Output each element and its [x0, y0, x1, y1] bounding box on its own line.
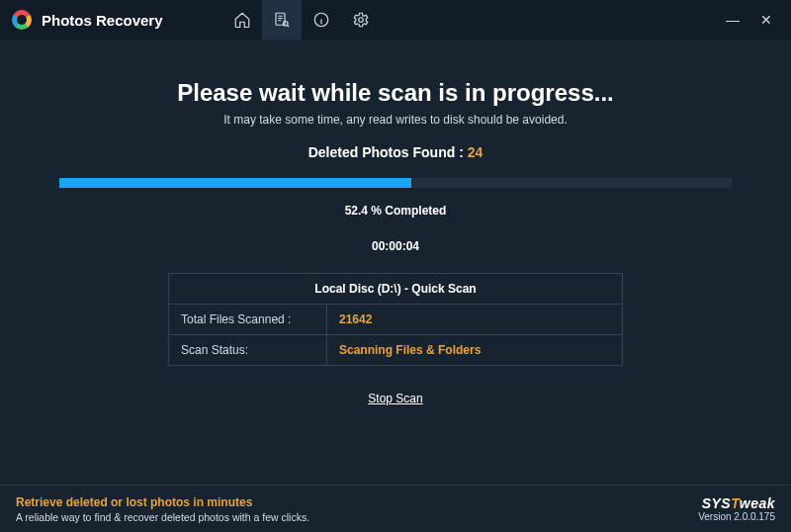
brand-accent: T	[731, 495, 740, 511]
version-text: Version 2.0.0.175	[698, 511, 775, 522]
search-doc-icon	[273, 11, 291, 29]
gear-icon	[352, 11, 370, 29]
app-title: Photos Recovery	[42, 12, 163, 29]
home-icon	[233, 11, 251, 29]
content-area: Please wait while scan is in progress...…	[0, 40, 791, 485]
panel-row-status: Scan Status: Scanning Files & Folders	[169, 335, 622, 365]
info-button[interactable]	[302, 0, 341, 40]
footer-left: Retrieve deleted or lost photos in minut…	[16, 495, 309, 523]
svg-point-1	[283, 22, 288, 27]
status-value: Scanning Files & Folders	[327, 335, 622, 365]
close-icon: ✕	[760, 12, 772, 28]
found-label: Deleted Photos Found :	[308, 144, 468, 160]
minimize-button[interactable]: —	[716, 12, 749, 28]
titlebar: Photos Recovery — ✕	[0, 0, 791, 40]
status-label: Scan Status:	[169, 335, 327, 365]
home-button[interactable]	[222, 0, 262, 40]
settings-button[interactable]	[341, 0, 381, 40]
footer-title: Retrieve deleted or lost photos in minut…	[16, 495, 309, 509]
scan-details-panel: Local Disc (D:\) - Quick Scan Total File…	[168, 273, 623, 366]
progress-bar-fill	[59, 178, 411, 188]
footer-sub: A reliable way to find & recover deleted…	[16, 511, 309, 523]
info-icon	[312, 11, 330, 29]
scan-subheading: It may take some time, any read writes t…	[223, 113, 568, 127]
panel-header: Local Disc (D:\) - Quick Scan	[169, 274, 622, 305]
stop-scan-link[interactable]: Stop Scan	[368, 392, 422, 405]
progress-bar-track	[59, 178, 732, 188]
app-window: Photos Recovery — ✕ Please wait while sc…	[0, 0, 791, 532]
toolbar	[222, 0, 381, 40]
elapsed-time: 00:00:04	[372, 239, 419, 253]
brand-suffix: weak	[740, 495, 775, 511]
total-files-label: Total Files Scanned :	[169, 305, 327, 334]
footer-right: SYSTweak Version 2.0.0.175	[698, 495, 775, 522]
found-line: Deleted Photos Found : 24	[308, 144, 483, 160]
panel-row-files: Total Files Scanned : 21642	[169, 305, 622, 335]
minimize-icon: —	[726, 12, 740, 28]
close-button[interactable]: ✕	[749, 12, 783, 28]
footer: Retrieve deleted or lost photos in minut…	[0, 485, 791, 532]
brand-logo: SYSTweak	[698, 495, 775, 511]
app-logo-icon	[12, 10, 32, 30]
percent-text: 52.4 % Completed	[345, 204, 447, 218]
found-count: 24	[468, 144, 483, 160]
svg-point-3	[358, 18, 363, 23]
window-controls: — ✕	[716, 12, 783, 28]
scan-button[interactable]	[262, 0, 302, 40]
scan-heading: Please wait while scan is in progress...	[177, 79, 614, 107]
total-files-value: 21642	[327, 305, 622, 334]
brand-prefix: SYS	[702, 495, 732, 511]
